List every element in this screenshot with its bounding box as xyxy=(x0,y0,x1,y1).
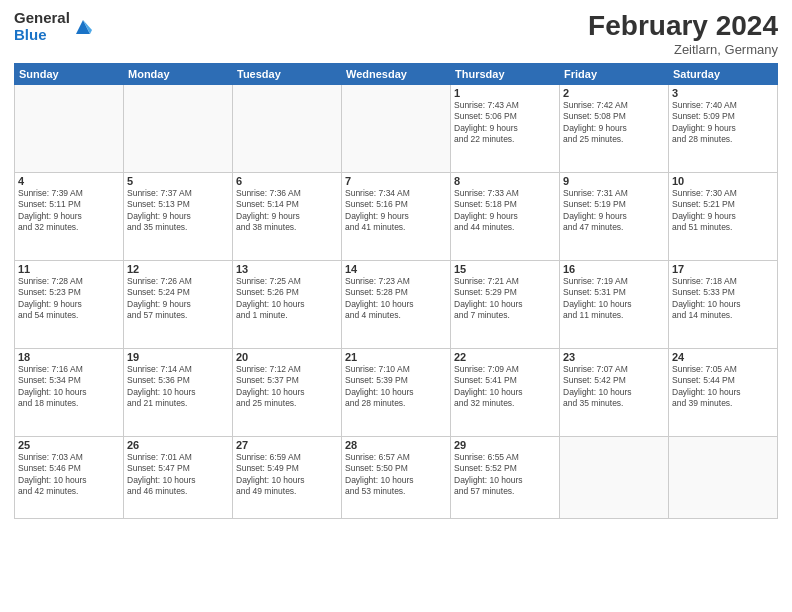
day-cell-4-2: 27Sunrise: 6:59 AM Sunset: 5:49 PM Dayli… xyxy=(233,437,342,519)
day-cell-3-3: 21Sunrise: 7:10 AM Sunset: 5:39 PM Dayli… xyxy=(342,349,451,437)
day-number: 27 xyxy=(236,439,338,451)
day-number: 4 xyxy=(18,175,120,187)
day-number: 5 xyxy=(127,175,229,187)
day-cell-3-2: 20Sunrise: 7:12 AM Sunset: 5:37 PM Dayli… xyxy=(233,349,342,437)
day-cell-1-2: 6Sunrise: 7:36 AM Sunset: 5:14 PM Daylig… xyxy=(233,173,342,261)
day-cell-1-1: 5Sunrise: 7:37 AM Sunset: 5:13 PM Daylig… xyxy=(124,173,233,261)
day-cell-1-6: 10Sunrise: 7:30 AM Sunset: 5:21 PM Dayli… xyxy=(669,173,778,261)
day-cell-1-3: 7Sunrise: 7:34 AM Sunset: 5:16 PM Daylig… xyxy=(342,173,451,261)
day-number: 20 xyxy=(236,351,338,363)
day-cell-4-3: 28Sunrise: 6:57 AM Sunset: 5:50 PM Dayli… xyxy=(342,437,451,519)
day-cell-2-2: 13Sunrise: 7:25 AM Sunset: 5:26 PM Dayli… xyxy=(233,261,342,349)
day-info: Sunrise: 6:55 AM Sunset: 5:52 PM Dayligh… xyxy=(454,452,556,498)
day-number: 2 xyxy=(563,87,665,99)
day-number: 29 xyxy=(454,439,556,451)
day-info: Sunrise: 7:39 AM Sunset: 5:11 PM Dayligh… xyxy=(18,188,120,234)
day-number: 12 xyxy=(127,263,229,275)
day-number: 6 xyxy=(236,175,338,187)
day-info: Sunrise: 7:26 AM Sunset: 5:24 PM Dayligh… xyxy=(127,276,229,322)
day-number: 14 xyxy=(345,263,447,275)
week-row-3: 18Sunrise: 7:16 AM Sunset: 5:34 PM Dayli… xyxy=(15,349,778,437)
day-number: 28 xyxy=(345,439,447,451)
header-row: Sunday Monday Tuesday Wednesday Thursday… xyxy=(15,64,778,85)
day-cell-2-3: 14Sunrise: 7:23 AM Sunset: 5:28 PM Dayli… xyxy=(342,261,451,349)
logo-blue: Blue xyxy=(14,27,70,44)
day-number: 3 xyxy=(672,87,774,99)
day-cell-3-6: 24Sunrise: 7:05 AM Sunset: 5:44 PM Dayli… xyxy=(669,349,778,437)
day-info: Sunrise: 7:36 AM Sunset: 5:14 PM Dayligh… xyxy=(236,188,338,234)
day-number: 26 xyxy=(127,439,229,451)
logo: General Blue xyxy=(14,10,94,43)
day-number: 19 xyxy=(127,351,229,363)
day-info: Sunrise: 7:31 AM Sunset: 5:19 PM Dayligh… xyxy=(563,188,665,234)
day-number: 25 xyxy=(18,439,120,451)
header-monday: Monday xyxy=(124,64,233,85)
day-cell-2-6: 17Sunrise: 7:18 AM Sunset: 5:33 PM Dayli… xyxy=(669,261,778,349)
day-info: Sunrise: 7:01 AM Sunset: 5:47 PM Dayligh… xyxy=(127,452,229,498)
day-cell-4-4: 29Sunrise: 6:55 AM Sunset: 5:52 PM Dayli… xyxy=(451,437,560,519)
calendar-table: Sunday Monday Tuesday Wednesday Thursday… xyxy=(14,63,778,519)
title-section: February 2024 Zeitlarn, Germany xyxy=(588,10,778,57)
day-cell-2-0: 11Sunrise: 7:28 AM Sunset: 5:23 PM Dayli… xyxy=(15,261,124,349)
day-cell-4-1: 26Sunrise: 7:01 AM Sunset: 5:47 PM Dayli… xyxy=(124,437,233,519)
day-info: Sunrise: 6:57 AM Sunset: 5:50 PM Dayligh… xyxy=(345,452,447,498)
day-number: 16 xyxy=(563,263,665,275)
day-number: 24 xyxy=(672,351,774,363)
day-info: Sunrise: 7:40 AM Sunset: 5:09 PM Dayligh… xyxy=(672,100,774,146)
day-cell-0-4: 1Sunrise: 7:43 AM Sunset: 5:06 PM Daylig… xyxy=(451,85,560,173)
day-cell-4-6 xyxy=(669,437,778,519)
week-row-2: 11Sunrise: 7:28 AM Sunset: 5:23 PM Dayli… xyxy=(15,261,778,349)
day-cell-0-1 xyxy=(124,85,233,173)
day-info: Sunrise: 7:19 AM Sunset: 5:31 PM Dayligh… xyxy=(563,276,665,322)
day-cell-4-0: 25Sunrise: 7:03 AM Sunset: 5:46 PM Dayli… xyxy=(15,437,124,519)
day-number: 11 xyxy=(18,263,120,275)
day-info: Sunrise: 7:28 AM Sunset: 5:23 PM Dayligh… xyxy=(18,276,120,322)
header-friday: Friday xyxy=(560,64,669,85)
logo-general: General xyxy=(14,10,70,27)
day-cell-3-4: 22Sunrise: 7:09 AM Sunset: 5:41 PM Dayli… xyxy=(451,349,560,437)
calendar-title: February 2024 xyxy=(588,10,778,42)
day-number: 22 xyxy=(454,351,556,363)
header-thursday: Thursday xyxy=(451,64,560,85)
day-number: 15 xyxy=(454,263,556,275)
day-number: 10 xyxy=(672,175,774,187)
day-number: 18 xyxy=(18,351,120,363)
calendar-subtitle: Zeitlarn, Germany xyxy=(588,42,778,57)
header-saturday: Saturday xyxy=(669,64,778,85)
day-cell-4-5 xyxy=(560,437,669,519)
day-cell-2-4: 15Sunrise: 7:21 AM Sunset: 5:29 PM Dayli… xyxy=(451,261,560,349)
header-sunday: Sunday xyxy=(15,64,124,85)
day-cell-3-5: 23Sunrise: 7:07 AM Sunset: 5:42 PM Dayli… xyxy=(560,349,669,437)
day-info: Sunrise: 7:37 AM Sunset: 5:13 PM Dayligh… xyxy=(127,188,229,234)
day-info: Sunrise: 7:25 AM Sunset: 5:26 PM Dayligh… xyxy=(236,276,338,322)
day-number: 8 xyxy=(454,175,556,187)
day-info: Sunrise: 7:33 AM Sunset: 5:18 PM Dayligh… xyxy=(454,188,556,234)
day-info: Sunrise: 7:09 AM Sunset: 5:41 PM Dayligh… xyxy=(454,364,556,410)
day-info: Sunrise: 7:12 AM Sunset: 5:37 PM Dayligh… xyxy=(236,364,338,410)
day-cell-1-0: 4Sunrise: 7:39 AM Sunset: 5:11 PM Daylig… xyxy=(15,173,124,261)
day-number: 13 xyxy=(236,263,338,275)
day-cell-0-3 xyxy=(342,85,451,173)
day-info: Sunrise: 7:23 AM Sunset: 5:28 PM Dayligh… xyxy=(345,276,447,322)
day-info: Sunrise: 7:07 AM Sunset: 5:42 PM Dayligh… xyxy=(563,364,665,410)
day-cell-0-2 xyxy=(233,85,342,173)
calendar-page: General Blue February 2024 Zeitlarn, Ger… xyxy=(0,0,792,612)
day-cell-3-1: 19Sunrise: 7:14 AM Sunset: 5:36 PM Dayli… xyxy=(124,349,233,437)
day-cell-1-5: 9Sunrise: 7:31 AM Sunset: 5:19 PM Daylig… xyxy=(560,173,669,261)
header-tuesday: Tuesday xyxy=(233,64,342,85)
day-info: Sunrise: 7:30 AM Sunset: 5:21 PM Dayligh… xyxy=(672,188,774,234)
day-cell-0-0 xyxy=(15,85,124,173)
day-info: Sunrise: 7:43 AM Sunset: 5:06 PM Dayligh… xyxy=(454,100,556,146)
day-info: Sunrise: 7:34 AM Sunset: 5:16 PM Dayligh… xyxy=(345,188,447,234)
day-number: 9 xyxy=(563,175,665,187)
week-row-0: 1Sunrise: 7:43 AM Sunset: 5:06 PM Daylig… xyxy=(15,85,778,173)
day-info: Sunrise: 7:10 AM Sunset: 5:39 PM Dayligh… xyxy=(345,364,447,410)
day-info: Sunrise: 7:18 AM Sunset: 5:33 PM Dayligh… xyxy=(672,276,774,322)
day-cell-3-0: 18Sunrise: 7:16 AM Sunset: 5:34 PM Dayli… xyxy=(15,349,124,437)
day-number: 17 xyxy=(672,263,774,275)
day-info: Sunrise: 6:59 AM Sunset: 5:49 PM Dayligh… xyxy=(236,452,338,498)
logo-icon xyxy=(72,16,94,38)
day-info: Sunrise: 7:21 AM Sunset: 5:29 PM Dayligh… xyxy=(454,276,556,322)
header-wednesday: Wednesday xyxy=(342,64,451,85)
logo-text: General Blue xyxy=(14,10,70,43)
